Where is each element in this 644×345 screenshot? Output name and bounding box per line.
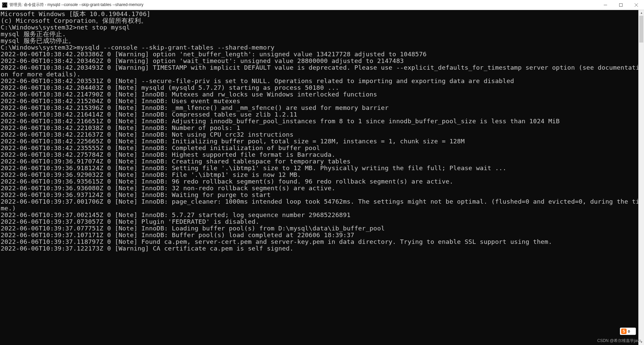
console-line: 2022-06-06T10:38:42.225665Z 0 [Note] Inn… bbox=[1, 138, 643, 145]
console-line: 2022-06-06T10:38:42.235555Z 0 [Note] Inn… bbox=[1, 145, 643, 151]
ime-dropdown-icon[interactable] bbox=[628, 330, 630, 333]
maximize-button[interactable] bbox=[613, 0, 629, 10]
ime-sogou-icon: S bbox=[621, 329, 627, 334]
console-line: 2022-06-06T10:38:42.221038Z 0 [Note] Inn… bbox=[1, 125, 643, 131]
console-line: 2022-06-06T10:38:42.275784Z 0 [Note] Inn… bbox=[1, 151, 643, 158]
console-line: 2022-06-06T10:39:37.118797Z 0 [Note] Fou… bbox=[1, 238, 643, 245]
console-line: 2022-06-06T10:39:37.001706Z 0 [Note] Inn… bbox=[1, 198, 643, 212]
console-line: 2022-06-06T10:39:36.937124Z 0 [Note] Inn… bbox=[1, 192, 643, 198]
window-title: 管理员: 命令提示符 - mysqld --console --skip-gra… bbox=[9, 2, 143, 8]
svg-rect-1 bbox=[620, 4, 623, 7]
scroll-up-arrow-icon[interactable]: ▲ bbox=[639, 10, 644, 16]
console-line: Microsoft Windows [版本 10.0.19044.1706] bbox=[1, 11, 643, 17]
console-line: mysql 服务正在停止. bbox=[1, 31, 643, 38]
console-line: 2022-06-06T10:38:42.216651Z 0 [Note] Inn… bbox=[1, 118, 643, 125]
console-line: 2022-06-06T10:38:42.203462Z 0 [Warning] … bbox=[1, 58, 643, 64]
console-line: 2022-06-06T10:39:37.122173Z 0 [Warning] … bbox=[1, 245, 643, 252]
window-titlebar[interactable]: C:\ 管理员: 命令提示符 - mysqld --console --skip… bbox=[0, 0, 644, 10]
console-line: 2022-06-06T10:39:37.107171Z 0 [Note] Inn… bbox=[1, 232, 643, 238]
console-line: 2022-06-06T10:38:42.203531Z 0 [Note] --s… bbox=[1, 78, 643, 84]
close-button[interactable] bbox=[629, 0, 644, 10]
console-line: C:\Windows\system32>net stop mysql bbox=[1, 24, 643, 31]
minimize-button[interactable] bbox=[598, 0, 613, 10]
console-line: 2022-06-06T10:39:37.077751Z 0 [Note] Inn… bbox=[1, 225, 643, 232]
console-line: 2022-06-06T10:38:42.215396Z 0 [Note] Inn… bbox=[1, 105, 643, 111]
console-output[interactable]: Microsoft Windows [版本 10.0.19044.1706](c… bbox=[0, 10, 644, 345]
scroll-track[interactable] bbox=[639, 16, 644, 339]
console-line: 2022-06-06T10:39:36.918124Z 0 [Note] Inn… bbox=[1, 165, 643, 171]
console-line: 2022-06-06T10:38:42.215204Z 0 [Note] Inn… bbox=[1, 98, 643, 105]
console-line: 2022-06-06T10:39:36.935615Z 0 [Note] Inn… bbox=[1, 178, 643, 185]
window-controls bbox=[598, 0, 644, 10]
console-line: mysql 服务已成功停止。 bbox=[1, 38, 643, 44]
console-line: 2022-06-06T10:38:42.204403Z 0 [Note] mys… bbox=[1, 84, 643, 91]
console-line: (c) Microsoft Corporation。保留所有权利。 bbox=[1, 17, 643, 24]
console-line: 2022-06-06T10:38:42.216414Z 0 [Note] Inn… bbox=[1, 111, 643, 118]
console-line: 2022-06-06T10:38:42.203386Z 0 [Warning] … bbox=[1, 51, 643, 58]
console-line: C:\Windows\system32>mysqld --console --s… bbox=[1, 44, 643, 51]
console-line: 2022-06-06T10:39:37.002145Z 0 [Note] Inn… bbox=[1, 212, 643, 218]
console-line: 2022-06-06T10:39:36.917074Z 0 [Note] Inn… bbox=[1, 158, 643, 165]
cmd-icon: C:\ bbox=[2, 2, 7, 8]
console-line: 2022-06-06T10:39:36.929032Z 0 [Note] Inn… bbox=[1, 171, 643, 178]
console-line: 2022-06-06T10:39:36.936080Z 0 [Note] Inn… bbox=[1, 185, 643, 192]
scroll-down-arrow-icon[interactable]: ▼ bbox=[639, 339, 644, 345]
console-line: 2022-06-06T10:39:37.073057Z 0 [Note] Plu… bbox=[1, 218, 643, 225]
vertical-scrollbar[interactable]: ▲ ▼ bbox=[638, 10, 644, 345]
console-line: 2022-06-06T10:38:42.214790Z 0 [Note] Inn… bbox=[1, 91, 643, 98]
console-line: 2022-06-06T10:38:42.203493Z 0 [Warning] … bbox=[1, 64, 643, 78]
scroll-thumb[interactable] bbox=[639, 16, 643, 43]
console-line: 2022-06-06T10:38:42.221637Z 0 [Note] Inn… bbox=[1, 131, 643, 138]
ime-indicator[interactable]: S bbox=[620, 328, 636, 335]
